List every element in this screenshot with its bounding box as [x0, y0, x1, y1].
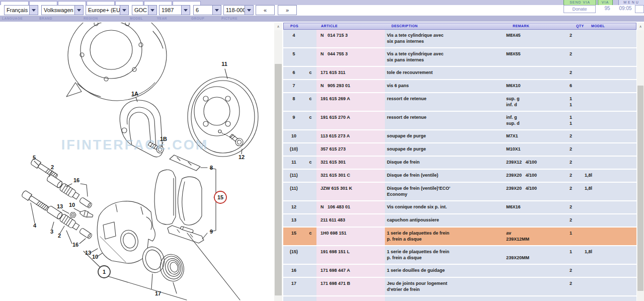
chevron-down-icon[interactable]	[74, 6, 83, 15]
brand-select[interactable]: Volkswagen	[41, 5, 84, 15]
cell-remark: M7X1	[506, 130, 570, 142]
callout-label-2: 2	[51, 164, 54, 170]
cell-desc: Disque de frein (ventile)	[385, 170, 506, 182]
cell-model: 1,8l	[585, 183, 636, 200]
cell-article: N 014 715 3	[316, 30, 385, 47]
picture-select[interactable]: 118-000	[223, 5, 254, 15]
scroll-up-icon[interactable]: ∧	[274, 23, 282, 30]
cell-pos: (15)	[283, 246, 304, 264]
group-select[interactable]: 6	[193, 5, 221, 15]
table-row[interactable]: 7N 905 293 01vis 6 pansM6X106	[283, 80, 636, 92]
col-remark: REMARK	[513, 23, 576, 29]
callout-label-1: 1	[103, 269, 106, 275]
table-row[interactable]: (11)JZW 615 301 KDisque de frein (ventil…	[283, 183, 636, 200]
cell-remark	[506, 278, 570, 295]
donate-button[interactable]: Donate	[564, 5, 596, 13]
cell-desc: Disque de frein (ventile)'ECO'Economy	[385, 183, 506, 200]
model-value: GOC	[132, 7, 148, 13]
cell-desc: 1 serie douilles de guidage	[385, 265, 506, 277]
cell-model: 1,8l	[585, 246, 636, 264]
cell-qty: 2	[570, 214, 585, 227]
top-cutoff-strip: SEND VIA VIA MENU	[0, 0, 644, 5]
prev-picture-button[interactable]: «	[256, 5, 275, 15]
cell-remark: M8X55	[506, 48, 570, 66]
table-row[interactable]: 4N 014 715 3Vis a tete cylindrique avecs…	[283, 30, 636, 47]
cell-model	[585, 265, 636, 277]
model-field-label: MODEL	[130, 17, 143, 20]
table-row[interactable]: 16171 698 447 A1 serie douilles de guida…	[283, 265, 636, 277]
table-row[interactable]: 13211 611 483capuchon antipoussiere2	[283, 214, 636, 227]
chevron-down-icon[interactable]	[29, 6, 38, 15]
cell-desc: capuchon antipoussiere	[385, 214, 506, 227]
table-row[interactable]: 6c171 615 311tole de recouvrement2	[283, 67, 636, 79]
table-row[interactable]: 11c321 615 301Disque de frein239X12 4/10…	[283, 157, 636, 169]
cell-pos: 15	[283, 228, 304, 245]
cell-qty: 1	[570, 228, 585, 245]
table-row[interactable]: 9c191 615 270 Aressort de retenueinf. gs…	[283, 112, 636, 129]
cell-model	[585, 157, 636, 169]
page-counter: 95	[600, 6, 615, 11]
cell-desc	[385, 296, 506, 301]
cell-desc: 1 serie de plaquettes de freinp. frein a…	[385, 246, 506, 264]
cell-desc: Vis a tete cylindrique avecsix pans inte…	[385, 48, 506, 66]
cell-model	[585, 93, 636, 111]
field-label-strip: LANGUAGEBRANDREGIONMODELYEARGROUPPICTURE	[0, 16, 644, 22]
cell-article: 321 615 301 C	[316, 170, 385, 182]
callout-label-10: 10	[69, 202, 75, 208]
scroll-up-icon[interactable]: ∧	[637, 23, 644, 30]
table-row[interactable]: 5N 044 755 3Vis a tete cylindrique avecs…	[283, 48, 636, 66]
table-scrollbar[interactable]: ∧	[637, 23, 644, 301]
table-row[interactable]: 12N 106 483 01Vis conique ronde six p. i…	[283, 201, 636, 213]
cell-c	[304, 246, 316, 264]
cell-c: c	[304, 67, 316, 79]
callout-label-12: 12	[238, 154, 245, 160]
chevron-down-icon[interactable]	[181, 6, 190, 15]
watermark: IFINTERFACE.COM	[61, 137, 209, 153]
callout-label-16: 16	[73, 177, 79, 183]
cell-c: c	[304, 228, 316, 245]
cell-remark: 239X20MM	[506, 246, 570, 264]
chevron-down-icon[interactable]	[212, 6, 221, 15]
callout-label-9: 9	[210, 229, 213, 235]
next-picture-button[interactable]: »	[278, 5, 297, 15]
language-select[interactable]: Français	[4, 5, 38, 15]
table-row[interactable]: 15c1H0 698 1511 serie de plaquettes de f…	[283, 228, 636, 245]
cell-remark: 239X20 4/100	[506, 170, 570, 182]
cell-qty: 2	[570, 30, 585, 47]
callout-label-1B: 1B	[160, 136, 167, 142]
callout-label-13: 13	[85, 250, 91, 256]
year-select[interactable]: 1987	[159, 5, 190, 15]
cell-qty: 11	[570, 93, 585, 111]
chevron-down-icon[interactable]	[245, 6, 253, 15]
table-row[interactable]: (11)321 615 301 CDisque de frein (ventil…	[283, 170, 636, 182]
splash-shield	[66, 23, 167, 101]
right-edge-box[interactable]	[635, 5, 644, 13]
chevron-down-icon[interactable]	[120, 6, 128, 15]
cell-pos: 7	[283, 80, 304, 92]
table-row-partial[interactable]	[283, 296, 636, 301]
table-row[interactable]: (15)191 698 151 L1 serie de plaquettes d…	[283, 246, 636, 264]
cell-model: 1,8l	[585, 170, 636, 182]
cell-article: 1H0 698 151	[316, 228, 385, 245]
cell-remark: av239X12MM	[506, 228, 570, 245]
callout-label-5: 5	[33, 155, 36, 161]
col-article: ARTICLE	[317, 23, 389, 29]
scrollbar-thumb[interactable]	[275, 64, 282, 295]
model-select[interactable]: GOC	[132, 5, 157, 15]
cell-c	[304, 265, 316, 277]
scrollbar-thumb[interactable]	[637, 86, 643, 291]
table-row[interactable]: 17171 698 471 BJeu de joints pour logeme…	[283, 278, 636, 295]
cell-c	[304, 30, 316, 47]
diagram-scrollbar[interactable]: ∧	[274, 23, 282, 301]
cell-qty: 2	[570, 170, 585, 182]
cell-model	[585, 228, 636, 245]
cell-model	[585, 296, 636, 301]
table-row[interactable]: (10)357 615 273soupape de purgeM10X12	[283, 143, 636, 156]
toolbar: FrançaisVolkswagenEurope+ (EU)GOC1987611…	[0, 5, 644, 16]
table-row[interactable]: 8c191 615 269 Aressort de retenuesup. gi…	[283, 93, 636, 111]
cell-model	[585, 143, 636, 156]
cell-remark: 239X12 4/100	[506, 157, 570, 169]
table-row[interactable]: 10113 615 273 Asoupape de purgeM7X12	[283, 130, 636, 142]
region-select[interactable]: Europe+ (EU)	[86, 5, 129, 15]
chevron-down-icon[interactable]	[148, 6, 156, 15]
